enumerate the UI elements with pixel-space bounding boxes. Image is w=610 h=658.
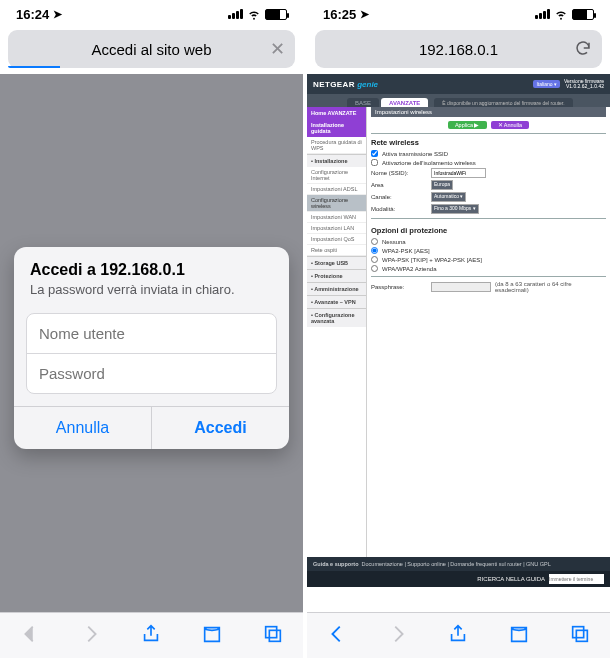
svg-rect-3 bbox=[576, 630, 587, 641]
safari-toolbar bbox=[0, 612, 303, 658]
dialog-message: La password verrà inviata in chiaro. bbox=[30, 282, 273, 297]
status-time: 16:25 bbox=[323, 7, 356, 22]
search-label: RICERCA NELLA GUIDA bbox=[477, 576, 545, 582]
reload-icon[interactable] bbox=[574, 39, 592, 60]
area-select[interactable]: Europa bbox=[431, 180, 453, 190]
back-button[interactable] bbox=[326, 623, 348, 649]
tab-basic[interactable]: BASE bbox=[347, 98, 379, 107]
sidebar-item[interactable]: Impostazioni QoS bbox=[307, 234, 366, 245]
back-button bbox=[19, 623, 41, 649]
firmware-version: Versione firmwareV1.0.2.62_1.0.42 bbox=[564, 79, 604, 90]
firmware-alert[interactable]: È disponibile un aggiornamento del firmw… bbox=[434, 98, 572, 107]
dialog-title: Accedi a 192.168.0.1 bbox=[30, 261, 273, 279]
bookmarks-button[interactable] bbox=[201, 623, 223, 649]
stop-loading-icon[interactable]: ✕ bbox=[270, 38, 285, 60]
battery-icon bbox=[572, 9, 594, 20]
language-selector[interactable]: Italiano ▾ bbox=[533, 80, 560, 88]
sidebar-cat[interactable]: • Avanzate – VPN bbox=[307, 295, 366, 308]
passphrase-note: (da 8 a 63 caratteri o 64 cifre esadecim… bbox=[495, 281, 606, 293]
password-field[interactable] bbox=[27, 354, 276, 393]
enable-ssid-checkbox[interactable] bbox=[371, 150, 378, 157]
sidebar-item[interactable]: Rete ospiti bbox=[307, 245, 366, 256]
sidebar-cat[interactable]: • Protezione bbox=[307, 269, 366, 282]
share-button[interactable] bbox=[140, 623, 162, 649]
cancel-button[interactable]: Annulla bbox=[14, 407, 152, 449]
sidebar-item[interactable]: Impostazioni LAN bbox=[307, 223, 366, 234]
location-icon: ➤ bbox=[360, 8, 369, 21]
forward-button bbox=[387, 623, 409, 649]
share-button[interactable] bbox=[447, 623, 469, 649]
status-bar: 16:24 ➤ bbox=[0, 0, 303, 28]
sidebar: Home AVANZATE Installazione guidata Proc… bbox=[307, 107, 367, 557]
sidebar-item[interactable]: Impostazioni ADSL bbox=[307, 184, 366, 195]
login-button[interactable]: Accedi bbox=[152, 407, 289, 449]
panel-title: Impostazioni wireless bbox=[371, 107, 606, 117]
battery-icon bbox=[265, 9, 287, 20]
phone-right: 16:25 ➤ 192.168.0.1 NETGEAR genie Italia… bbox=[307, 0, 610, 658]
router-footer-search: RICERCA NELLA GUIDA bbox=[307, 571, 610, 587]
location-icon: ➤ bbox=[53, 8, 62, 21]
section-wireless: Rete wireless bbox=[371, 134, 606, 149]
enable-isolation-checkbox[interactable] bbox=[371, 159, 378, 166]
passphrase-input[interactable] bbox=[431, 282, 491, 292]
status-time: 16:24 bbox=[16, 7, 49, 22]
address-bar[interactable]: Accedi al sito web ✕ bbox=[8, 30, 295, 68]
sidebar-home[interactable]: Home AVANZATE bbox=[307, 107, 366, 119]
sidebar-cat[interactable]: • Amministrazione bbox=[307, 282, 366, 295]
sidebar-item[interactable]: Impostazioni WAN bbox=[307, 212, 366, 223]
svg-rect-0 bbox=[265, 626, 276, 637]
loading-progress bbox=[8, 66, 60, 68]
status-bar: 16:25 ➤ bbox=[307, 0, 610, 28]
section-security: Opzioni di protezione bbox=[371, 222, 606, 237]
main-tabs: BASE AVANZATE È disponibile un aggiornam… bbox=[307, 94, 610, 107]
address-bar[interactable]: 192.168.0.1 bbox=[315, 30, 602, 68]
svg-rect-1 bbox=[269, 630, 280, 641]
cancel-button[interactable]: ✕ Annulla bbox=[491, 121, 530, 129]
wifi-icon bbox=[247, 7, 261, 21]
netgear-logo: NETGEAR genie bbox=[313, 80, 378, 89]
page-dimmed-backdrop: Accedi a 192.168.0.1 La password verrà i… bbox=[0, 74, 303, 612]
sidebar-wizard[interactable]: Installazione guidata bbox=[307, 119, 366, 137]
sidebar-item[interactable]: Configurazione Internet bbox=[307, 167, 366, 184]
forward-button bbox=[80, 623, 102, 649]
sidebar-setup-header[interactable]: • Installazione bbox=[307, 154, 366, 167]
router-page: NETGEAR genie Italiano ▾ Versione firmwa… bbox=[307, 74, 610, 612]
cellular-icon bbox=[535, 9, 550, 19]
wifi-icon bbox=[554, 7, 568, 21]
mode-select[interactable]: Fino a 300 Mbps ▾ bbox=[431, 204, 479, 214]
safari-toolbar bbox=[307, 612, 610, 658]
security-mixed[interactable] bbox=[371, 256, 378, 263]
router-footer-help: Guida e supporto Documentazione | Suppor… bbox=[307, 557, 610, 571]
tabs-button[interactable] bbox=[262, 623, 284, 649]
sidebar-cat[interactable]: • Storage USB bbox=[307, 256, 366, 269]
address-title: Accedi al sito web bbox=[91, 41, 211, 58]
tab-advanced[interactable]: AVANZATE bbox=[381, 98, 428, 107]
security-none[interactable] bbox=[371, 238, 378, 245]
tabs-button[interactable] bbox=[569, 623, 591, 649]
sidebar-wps[interactable]: Procedura guidata di WPS bbox=[307, 137, 366, 154]
settings-panel: Impostazioni wireless Applica ▶ ✕ Annull… bbox=[367, 107, 610, 557]
router-header: NETGEAR genie Italiano ▾ Versione firmwa… bbox=[307, 74, 610, 94]
http-auth-dialog: Accedi a 192.168.0.1 La password verrà i… bbox=[14, 247, 289, 449]
svg-rect-2 bbox=[572, 626, 583, 637]
sidebar-cat[interactable]: • Configurazione avanzata bbox=[307, 308, 366, 327]
passphrase-label: Passphrase: bbox=[371, 284, 427, 290]
channel-select[interactable]: Automatico ▾ bbox=[431, 192, 466, 202]
security-wpa2[interactable] bbox=[371, 247, 378, 254]
username-field[interactable] bbox=[27, 314, 276, 353]
bookmarks-button[interactable] bbox=[508, 623, 530, 649]
phone-left: 16:24 ➤ Accedi al sito web ✕ Accedi a 19… bbox=[0, 0, 303, 658]
address-title: 192.168.0.1 bbox=[419, 41, 498, 58]
sidebar-item-selected[interactable]: Configurazione wireless bbox=[307, 195, 366, 212]
apply-button[interactable]: Applica ▶ bbox=[448, 121, 487, 129]
security-enterprise[interactable] bbox=[371, 265, 378, 272]
cellular-icon bbox=[228, 9, 243, 19]
help-search-input[interactable] bbox=[549, 574, 604, 584]
ssid-input[interactable] bbox=[431, 168, 486, 178]
